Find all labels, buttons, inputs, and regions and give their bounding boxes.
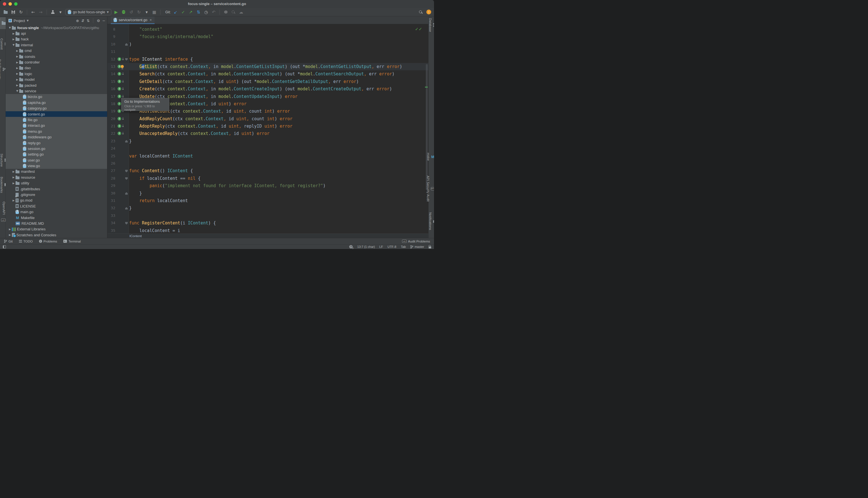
code-line-34[interactable]: 34func RegisterContent(i IContent) { [107,219,428,227]
tree-item-captcha-go[interactable]: captcha.go [6,100,107,105]
tree-item-menu-go[interactable]: menu.go [6,129,107,134]
code-line-11[interactable]: 11 [107,48,428,55]
toolwindow-button-terminal[interactable]: >_Terminal [63,239,80,243]
tree-item-internal[interactable]: ▼internal [6,42,107,48]
tab-service-content-go[interactable]: service/content.go × [111,16,155,24]
chevron-right-icon[interactable]: ▶ [15,55,19,58]
implementations-marker-icon[interactable]: I [117,87,121,91]
stripe-item-make[interactable]: Mmake [429,152,434,161]
tree-item-reply-go[interactable]: reply.go [6,140,107,146]
tree-item-readme-md[interactable]: MDREADME.MD [6,221,107,226]
tree-item-main-go[interactable]: main.go [6,209,107,215]
code-line-16[interactable]: 16I↓ Create(ctx context.Context, in mode… [107,85,428,93]
chevron-right-icon[interactable]: ▶ [15,67,19,69]
fold-down-icon[interactable] [125,170,128,172]
tree-item-scratches-and-consoles[interactable]: ▶Scratches and Consoles [6,232,107,238]
code-line-29[interactable]: 29 panic("implement not found for interf… [107,182,428,189]
tree-item-service[interactable]: ▼service [6,88,107,94]
tree-item-makefile[interactable]: MMakefile [6,215,107,221]
code-line-9[interactable]: 9 "focus-single/internal/model" [107,33,428,40]
cloud-icon[interactable]: ☁ [238,9,244,15]
toolwindow-button-audit-problems[interactable]: /APIAudit Problems [402,240,430,243]
tree-item-resource[interactable]: ▶resource [6,174,107,180]
help-icon[interactable]: ? [349,245,353,248]
code-line-13[interactable]: 13I↓ GetList(ctx context.Context, in mod… [107,63,428,70]
hide-icon[interactable]: − [102,18,105,23]
code-line-32[interactable]: 32} [107,205,428,212]
tree-item-cmd[interactable]: ▶cmd [6,48,107,54]
tree-item-packed[interactable]: ▶packed [6,82,107,88]
code-line-23[interactable]: 23} [107,137,428,145]
stop-icon[interactable]: ■ [151,9,157,15]
fold-up-icon[interactable] [125,207,128,209]
tree-item-logic[interactable]: ▶logic [6,71,107,77]
code-line-22[interactable]: 22I↓ UnacceptedReply(ctx context.Context… [107,130,428,137]
implementations-marker-icon[interactable]: I [117,109,121,113]
tree-item--gitattributes[interactable]: .gitattributes [6,186,107,192]
push-icon[interactable]: ↗ [188,9,193,15]
chevron-right-icon[interactable]: ▶ [8,228,12,231]
code-line-30[interactable]: 30 } [107,190,428,197]
update-available-icon[interactable]: ↑ [426,10,431,14]
debug-icon[interactable] [121,9,127,15]
tree-item-file-go[interactable]: file.go [6,117,107,122]
implementations-marker-icon[interactable]: I [117,95,121,98]
breadcrumb-item[interactable]: IContent [129,234,142,238]
tree-item-middleware-go[interactable]: middleware.go [6,134,107,140]
implementations-marker-icon[interactable]: I [117,124,121,128]
tree-item-bizctx-go[interactable]: bizctx.go [6,94,107,100]
chevron-right-icon[interactable]: ▶ [12,38,15,41]
inspections-ok-icon[interactable]: ✓✓ [415,27,422,31]
tree-item-interact-go[interactable]: interact.go [6,123,107,129]
stripe-item-bookmarks[interactable]: Bookmarks [0,176,6,194]
fetch-icon[interactable]: ⇅ [195,9,201,15]
sync-icon[interactable]: ↻ [18,9,24,15]
code-line-12[interactable]: 12I↓type IContent interface { [107,56,428,63]
chevron-right-icon[interactable]: ▶ [15,84,19,87]
save-icon[interactable] [11,9,16,15]
stripe-item-pull-requests[interactable]: Pull Requests [0,58,6,80]
chevron-right-icon[interactable]: ▶ [15,72,19,75]
chevron-right-icon[interactable]: ▶ [15,78,19,81]
stripe-item-api-security-audit[interactable]: /APIAPI Security Audit [429,175,434,202]
shelve-icon[interactable] [223,9,229,15]
code-line-15[interactable]: 15I↓ GetDetail(ctx context.Context, id u… [107,78,428,85]
stripe-item-project[interactable]: Project [0,17,6,29]
indent-style[interactable]: Tab [401,245,406,248]
implementations-marker-icon[interactable]: I [117,57,121,61]
code-line-31[interactable]: 31 return localContent [107,197,428,205]
chevron-right-icon[interactable]: ▶ [12,199,15,202]
code-line-35[interactable]: 35 localContent = i [107,227,428,234]
fold-up-icon[interactable] [125,192,128,195]
tree-item-dao[interactable]: ▶dao [6,65,107,71]
stripe-item-openapi[interactable]: OpenAPI [0,201,6,216]
tree-item-license[interactable]: LICENSE [6,203,107,209]
chevron-right-icon[interactable]: ▶ [15,61,19,64]
implementations-marker-icon[interactable]: I [117,80,121,83]
tree-item-model[interactable]: ▶model [6,77,107,82]
fold-down-icon[interactable] [125,177,128,180]
tree-item-setting-go[interactable]: setting.go [6,152,107,157]
chevron-right-icon[interactable]: ▶ [12,32,15,35]
stripe-item-database[interactable]: Database [429,17,434,33]
implementations-marker-icon[interactable]: I [117,72,121,76]
chevron-down-icon[interactable]: ▼ [12,43,15,46]
back-icon[interactable]: ← [30,9,36,15]
update-project-icon[interactable]: ↙ [173,9,178,15]
tree-item-content-go[interactable]: content.go [6,111,107,117]
implementations-marker-icon[interactable]: I [117,102,121,106]
tree-item-session-go[interactable]: session.go [6,146,107,151]
fold-down-icon[interactable] [125,58,128,61]
code-line-27[interactable]: 27func Content() IContent { [107,167,428,174]
stripe-item-commit[interactable]: Commit [0,38,6,51]
implementations-marker-icon[interactable]: I [117,132,121,135]
code-line-26[interactable]: 26 [107,160,428,167]
tree-item-go-mod[interactable]: ▶go.mod [6,198,107,203]
editor-scrollbar[interactable] [426,64,428,190]
git-branch[interactable]: master [410,245,424,249]
commit-icon[interactable]: ✓ [180,9,186,15]
line-ending[interactable]: LF [380,245,383,248]
profiler-icon[interactable]: ↻ [136,9,142,15]
run-icon[interactable]: ▶ [113,9,119,15]
run-configuration-select[interactable]: go build focus-single ▼ [65,9,111,15]
